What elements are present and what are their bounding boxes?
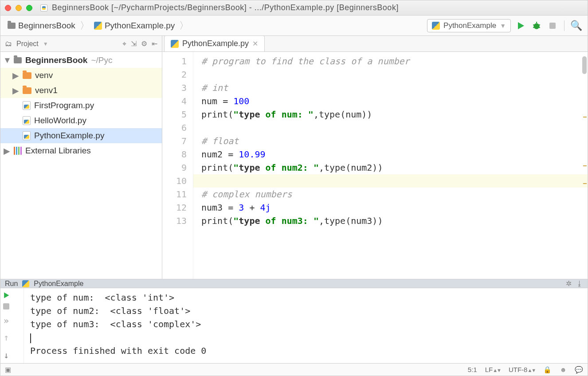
titlebar: BeginnersBook [~/PycharmProjects/Beginne…	[0, 0, 588, 16]
code-line[interactable]: num = 100	[201, 94, 588, 108]
tree-item[interactable]: ▶venv	[0, 68, 162, 83]
file-encoding[interactable]: UTF-8▲▼	[509, 366, 535, 373]
gear-icon[interactable]: ⚙	[141, 39, 147, 48]
code-line[interactable]: # int	[201, 81, 588, 94]
run-tool-window: Run PythonExample ✲ ⭳ » ↑ ↓ » type of nu…	[0, 279, 588, 363]
console-line: type of num: <class 'int'>	[30, 291, 588, 304]
run-panel-header[interactable]: Run PythonExample ✲ ⭳	[0, 279, 588, 288]
app-icon	[40, 4, 47, 12]
status-bar: ▣ 5:1 LF▲▼ UTF-8▲▼ 🔒 ☻ 💬	[0, 363, 588, 376]
svg-line-3	[533, 24, 534, 25]
window-title: BeginnersBook [~/PycharmProjects/Beginne…	[52, 3, 583, 12]
close-tab-icon[interactable]: ✕	[252, 39, 258, 48]
tree-item-label: venv1	[35, 86, 58, 95]
code-line[interactable]	[193, 174, 588, 188]
expand-toggle-icon[interactable]: ▶	[12, 70, 19, 81]
tree-root[interactable]: ▼ BeginnersBook ~/Pyc	[0, 53, 162, 68]
code-line[interactable]: num2 = 10.99	[201, 148, 588, 161]
inspector-icon[interactable]: ☻	[560, 366, 567, 373]
tree-root-name: BeginnersBook	[25, 55, 87, 65]
external-libraries-label: External Libraries	[25, 146, 91, 156]
lock-icon[interactable]: 🔒	[543, 366, 552, 374]
code-line[interactable]: num3 = 3 + 4j	[201, 201, 588, 214]
python-icon	[94, 22, 102, 30]
tree-item-label: HelloWorld.py	[34, 116, 86, 125]
run-config-label: PythonExample	[443, 21, 496, 30]
scrollbar-thumb[interactable]	[582, 56, 587, 74]
down-arrow-icon[interactable]: ↓	[4, 349, 9, 362]
python-icon	[171, 40, 179, 48]
libraries-icon	[14, 147, 22, 155]
svg-line-4	[538, 24, 540, 25]
expand-toggle-icon[interactable]: ▶	[3, 146, 10, 156]
run-button[interactable]	[514, 20, 527, 32]
run-panel-title: PythonExample	[34, 280, 83, 288]
folder-icon	[23, 72, 31, 79]
python-icon	[432, 22, 440, 30]
console-line: type of num2: <class 'float'>	[30, 304, 588, 317]
svg-point-1	[533, 23, 539, 29]
download-icon[interactable]: ⭳	[576, 280, 583, 288]
search-icon: 🔍	[570, 20, 582, 31]
cursor-position[interactable]: 5:1	[468, 366, 477, 373]
svg-line-6	[538, 27, 540, 27]
scroll-from-source-icon[interactable]: ⌖	[122, 40, 126, 48]
code-line[interactable]	[201, 121, 588, 134]
code-line[interactable]: # complex numbers	[201, 188, 588, 201]
folder-icon	[8, 23, 16, 29]
up-arrow-icon[interactable]: ↑	[4, 331, 9, 344]
tree-item[interactable]: PythonExample.py	[0, 128, 162, 143]
gear-icon[interactable]: ✲	[566, 279, 572, 288]
tree-item[interactable]: ▶venv1	[0, 83, 162, 98]
code-line[interactable]: print("type of num3: ",type(num3))	[201, 214, 588, 227]
breadcrumb-file[interactable]: PythonExample.py	[92, 20, 176, 31]
editor: PythonExample.py ✕ 12345678910111213 # p…	[162, 36, 588, 279]
status-icon[interactable]: ▣	[5, 366, 11, 374]
chevron-down-icon: ▼	[500, 22, 506, 29]
code-area[interactable]: 12345678910111213 # program to find the …	[162, 52, 588, 279]
expand-toggle-icon[interactable]: ▼	[3, 55, 10, 65]
hide-panel-icon[interactable]: ⇤	[152, 39, 157, 48]
expand-toggle-icon[interactable]: ▶	[12, 86, 19, 96]
run-config-selector[interactable]: PythonExample ▼	[427, 19, 511, 32]
project-tool-icon: 🗂	[5, 40, 12, 48]
editor-tab-label: PythonExample.py	[182, 39, 249, 48]
code-line[interactable]: print("type of num: ",type(num))	[201, 108, 588, 121]
tree-external-libraries[interactable]: ▶ External Libraries	[0, 143, 162, 158]
code-line[interactable]	[201, 68, 588, 81]
minimize-window-icon[interactable]	[16, 5, 22, 11]
collapse-all-icon[interactable]: ⇲	[131, 39, 137, 48]
code-line[interactable]: print("type of num2: ",type(num2))	[201, 161, 588, 174]
tree-item[interactable]: FirstProgram.py	[0, 98, 162, 113]
breadcrumb-root-label: BeginnersBook	[18, 21, 75, 31]
feedback-icon[interactable]: 💬	[575, 366, 583, 374]
code-line[interactable]: # program to find the class of a number	[201, 55, 588, 68]
editor-tab[interactable]: PythonExample.py ✕	[164, 35, 265, 51]
breadcrumb-root[interactable]: BeginnersBook	[6, 20, 77, 31]
search-everywhere-button[interactable]: 🔍	[570, 20, 582, 32]
tree-item-label: FirstProgram.py	[34, 101, 94, 110]
code-content[interactable]: # program to find the class of a number#…	[193, 52, 588, 279]
code-line[interactable]: # float	[201, 134, 588, 148]
line-separator[interactable]: LF▲▼	[485, 366, 501, 373]
zoom-window-icon[interactable]	[26, 5, 32, 11]
python-file-icon	[23, 101, 31, 110]
breadcrumb-file-label: PythonExample.py	[105, 21, 175, 31]
chevron-right-icon: 〉	[179, 19, 189, 32]
stop-button[interactable]	[546, 20, 559, 32]
svg-marker-0	[518, 22, 524, 29]
stop-button[interactable]	[3, 303, 9, 309]
close-window-icon[interactable]	[5, 5, 11, 11]
tree-item[interactable]: HelloWorld.py	[0, 113, 162, 128]
rerun-button[interactable]	[3, 292, 10, 299]
project-tree[interactable]: ▼ BeginnersBook ~/Pyc ▶venv▶venv1FirstPr…	[0, 52, 162, 279]
stop-icon	[549, 23, 556, 29]
debug-button[interactable]	[530, 20, 543, 32]
more-icon[interactable]: »	[4, 314, 9, 327]
breadcrumbs[interactable]: BeginnersBook 〉 PythonExample.py 〉	[6, 19, 190, 32]
main-area: 🗂 Project▼ ⌖ ⇲ ⚙ ⇤ ▼ BeginnersBook ~/Pyc…	[0, 36, 588, 279]
project-panel-header[interactable]: 🗂 Project▼ ⌖ ⇲ ⚙ ⇤	[0, 36, 162, 52]
marker-icon	[583, 183, 587, 184]
editor-tabs: PythonExample.py ✕	[162, 36, 588, 52]
folder-icon	[14, 57, 22, 63]
